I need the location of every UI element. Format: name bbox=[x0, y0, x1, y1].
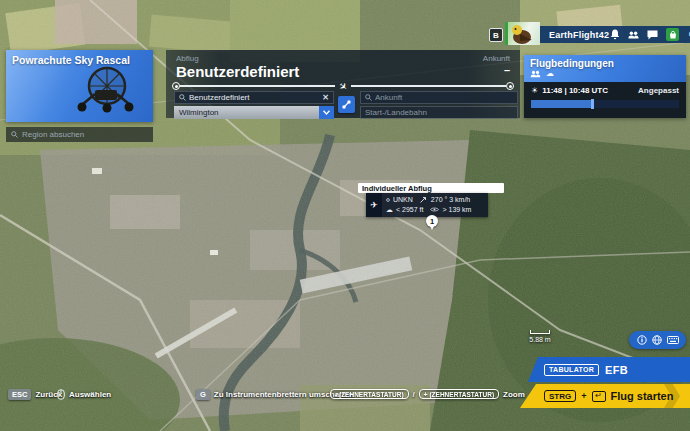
departure-search-input[interactable] bbox=[189, 93, 319, 102]
enter-key-icon: ↵ bbox=[592, 391, 606, 402]
weather-preset: Angepasst bbox=[638, 86, 679, 95]
g-key-badge: G bbox=[196, 389, 210, 400]
departure-pin-tail bbox=[430, 226, 434, 230]
time-slider[interactable] bbox=[531, 100, 679, 108]
efb-bar[interactable]: TABULATOR EFB bbox=[528, 357, 690, 382]
region-search-input[interactable] bbox=[22, 130, 148, 139]
search-icon bbox=[11, 131, 18, 138]
hint-zoom-label: Zoom bbox=[503, 390, 525, 399]
user-bar: EarthFlight42 ⚙ bbox=[540, 26, 690, 43]
multiplayer-icon bbox=[530, 70, 541, 78]
search-icon bbox=[179, 94, 186, 101]
visibility-value: > 139 km bbox=[442, 206, 471, 213]
keyboard-hint-badge: B bbox=[489, 28, 503, 42]
friends-icon[interactable] bbox=[628, 29, 639, 40]
weather-icon: ☁ bbox=[546, 70, 554, 78]
efb-key-badge: TABULATOR bbox=[544, 364, 599, 376]
departure-tooltip-body: ✈ UNKN 270 ° 3 km/h ☁ < 2957 ft > 139 km bbox=[366, 193, 488, 217]
hint-select-label: Auswählen bbox=[69, 390, 111, 399]
map-scale-bar bbox=[530, 330, 550, 334]
station-value: UNKN bbox=[393, 196, 413, 203]
chevron-down-icon[interactable] bbox=[319, 106, 334, 119]
selected-aircraft-card[interactable]: Powrachute Sky Rascal bbox=[6, 50, 153, 122]
station-icon bbox=[386, 198, 390, 202]
visibility-eye-icon bbox=[430, 207, 439, 212]
aircraft-image bbox=[65, 64, 143, 116]
route-progress-line: ✈ bbox=[172, 81, 514, 91]
flight-conditions-title: Flugbedingungen bbox=[530, 58, 680, 69]
departure-pin-number: 1 bbox=[430, 217, 434, 226]
aircraft-name: Powrachute Sky Rascal bbox=[12, 54, 130, 66]
esc-key-badge: ESC bbox=[8, 389, 31, 400]
map-toolbar bbox=[629, 331, 686, 349]
departure-value: Benutzerdefiniert bbox=[176, 63, 299, 80]
info-icon[interactable] bbox=[637, 335, 647, 345]
wind-icon bbox=[420, 196, 428, 203]
time-slider-fill bbox=[531, 100, 592, 108]
hint-back: ESC Zurück bbox=[8, 388, 62, 400]
arrival-label: Ankunft bbox=[483, 54, 510, 63]
plus-separator: + bbox=[581, 391, 586, 401]
wind-value: 270 ° 3 km/h bbox=[431, 196, 470, 203]
departure-search-field[interactable]: ✕ bbox=[174, 91, 334, 104]
cloud-base-value: < 2957 ft bbox=[396, 206, 423, 213]
username: EarthFlight42 bbox=[549, 30, 609, 40]
chat-icon[interactable] bbox=[647, 29, 658, 40]
numpad-plus-key-badge: + (ZEHNERTASTATUR) bbox=[419, 389, 499, 399]
sun-icon: ☀ bbox=[531, 86, 538, 95]
globe-icon[interactable] bbox=[652, 335, 662, 345]
destination-marker-icon bbox=[506, 82, 514, 90]
runway-field[interactable] bbox=[360, 106, 518, 119]
numpad-minus-key-badge: - (ZEHNERTASTATUR) bbox=[330, 389, 409, 399]
flight-conditions-header[interactable]: Flugbedingungen ☁ bbox=[524, 55, 686, 82]
flight-conditions-panel[interactable]: Flugbedingungen ☁ ☀ 11:48 | 10:48 UTC An… bbox=[524, 55, 686, 118]
arrival-value: – bbox=[504, 64, 510, 76]
avatar[interactable] bbox=[505, 22, 540, 45]
keyboard-icon[interactable] bbox=[667, 336, 679, 344]
marketplace-icon[interactable] bbox=[666, 28, 679, 41]
time-slider-handle[interactable] bbox=[591, 99, 594, 109]
efb-label: EFB bbox=[605, 364, 628, 376]
start-flight-label: Flug starten bbox=[611, 390, 674, 402]
notifications-icon[interactable] bbox=[609, 29, 620, 40]
world-map-screen: B EarthFlight42 ⚙ Powrac bbox=[0, 0, 690, 431]
swap-route-button[interactable] bbox=[338, 96, 355, 113]
arrival-search-input[interactable] bbox=[375, 93, 513, 102]
strg-key-badge: STRG bbox=[544, 390, 576, 402]
cloud-icon: ☁ bbox=[386, 206, 393, 214]
runway-input[interactable] bbox=[365, 108, 513, 117]
origin-marker-icon bbox=[172, 82, 180, 90]
hint-zoom: - (ZEHNERTASTATUR) / + (ZEHNERTASTATUR) … bbox=[330, 388, 525, 400]
start-flight-button[interactable]: STRG + ↵ Flug starten bbox=[520, 384, 690, 408]
arrival-search-field[interactable] bbox=[360, 91, 518, 104]
aircraft-side-icon: ✈ bbox=[366, 193, 382, 217]
mouse-icon bbox=[57, 389, 65, 400]
swap-icon bbox=[342, 100, 351, 109]
hint-zoom-separator: / bbox=[413, 390, 415, 399]
departure-airport-dropdown[interactable]: Wilmington bbox=[174, 106, 334, 119]
map-scale-label: 5.88 m bbox=[520, 336, 560, 343]
route-plane-icon: ✈ bbox=[336, 79, 349, 93]
hint-select: Auswählen bbox=[57, 388, 111, 400]
departure-airport-selected: Wilmington bbox=[174, 106, 319, 119]
flight-plan-panel: Abflug Benutzerdefiniert Ankunft – ✈ ✕ W… bbox=[166, 50, 520, 118]
keyboard-hint-label: B bbox=[493, 31, 499, 40]
departure-tooltip-header: Individueller Abflug bbox=[358, 183, 504, 193]
bird-avatar-image bbox=[508, 22, 540, 45]
time-display: 11:48 | 10:48 UTC bbox=[542, 86, 608, 95]
search-icon bbox=[365, 94, 372, 101]
departure-tooltip-title: Individueller Abflug bbox=[362, 184, 432, 193]
region-search-box[interactable] bbox=[6, 127, 153, 142]
clear-icon[interactable]: ✕ bbox=[322, 94, 329, 102]
departure-label: Abflug bbox=[176, 54, 199, 63]
